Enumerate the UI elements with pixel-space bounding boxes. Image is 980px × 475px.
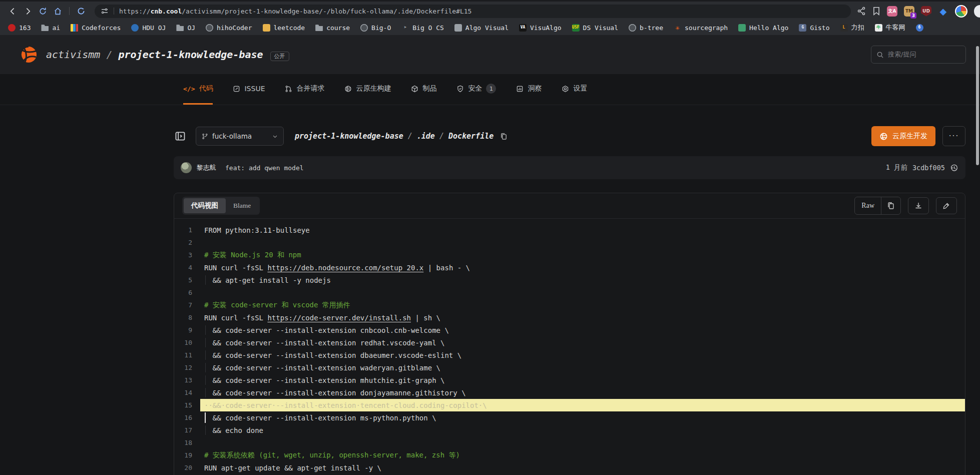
bookmark-item[interactable]: USFDS Visual xyxy=(572,24,618,32)
bookmark-item[interactable]: Big-O xyxy=(360,24,391,32)
bookmark-item[interactable]: hihoCoder xyxy=(206,24,252,32)
bookmark-item[interactable]: ✳sourcegraph xyxy=(674,24,728,32)
tab-code-view[interactable]: 代码视图 xyxy=(184,198,226,213)
code-link[interactable]: https://code-server.dev/install.sh xyxy=(267,314,411,322)
copy-file-icon[interactable] xyxy=(881,197,900,214)
gem-extension-icon[interactable]: ◆ xyxy=(938,6,948,17)
browser-profile-avatar[interactable] xyxy=(955,5,967,18)
bookmark-item[interactable]: leetcode xyxy=(263,24,305,32)
bookmark-item[interactable]: 6 xyxy=(916,24,923,32)
merge-icon xyxy=(285,85,292,93)
site-controls-icon[interactable] xyxy=(101,7,109,15)
tab-code[interactable]: </> 代码 xyxy=(183,74,213,105)
bookmark-item[interactable]: course xyxy=(315,24,350,32)
breadcrumb-repo[interactable]: project-1-knowledge-base xyxy=(295,132,403,141)
commit-author-avatar[interactable] xyxy=(181,162,192,173)
cloud-native-dev-button[interactable]: 云原生开发 xyxy=(871,126,935,146)
branch-selector[interactable]: fuck-ollama xyxy=(196,127,284,146)
tampermonkey-extension-icon[interactable]: TM3 xyxy=(904,6,914,17)
line-number[interactable]: 16 xyxy=(174,414,200,421)
bookmark-item[interactable]: Hello Algo xyxy=(738,24,788,32)
url-text[interactable]: https://cnb.cool/activismm/project-1-kno… xyxy=(119,8,471,15)
line-number[interactable]: 8 xyxy=(174,314,200,321)
breadcrumb-dir[interactable]: .ide xyxy=(417,132,435,141)
bookmark-item[interactable]: VAVisuAlgo xyxy=(519,24,562,32)
code-line-row: 18 xyxy=(174,436,965,449)
back-icon[interactable] xyxy=(5,4,20,18)
line-number[interactable]: 10 xyxy=(174,339,200,346)
breadcrumb-file[interactable]: Dockerfile xyxy=(448,132,494,141)
bookmark-icon[interactable] xyxy=(872,7,880,16)
line-number[interactable]: 9 xyxy=(174,326,200,334)
history-icon[interactable] xyxy=(950,164,958,172)
breadcrumb: project-1-knowledge-base / .ide / Docker… xyxy=(295,132,508,141)
home-icon[interactable] xyxy=(50,4,65,18)
tab-settings[interactable]: 设置 xyxy=(562,74,587,105)
line-number[interactable]: 7 xyxy=(174,301,200,309)
line-number[interactable]: 15 xyxy=(174,401,200,409)
more-actions-button[interactable]: ··· xyxy=(942,126,965,146)
tab-artifacts[interactable]: 制品 xyxy=(411,74,436,105)
extension-loop-icon[interactable] xyxy=(74,4,89,18)
line-number[interactable]: 6 xyxy=(174,289,200,296)
page-scrollbar[interactable] xyxy=(976,46,979,165)
bookmark-item[interactable]: Algo Visual xyxy=(454,24,509,32)
bookmark-item[interactable]: OJ xyxy=(176,24,195,32)
commit-author[interactable]: 黎志航 xyxy=(197,163,216,172)
line-number[interactable]: 18 xyxy=(174,439,200,446)
line-number[interactable]: 4 xyxy=(174,264,200,271)
code-line-row: 13 && code-server --install-extension mh… xyxy=(174,374,965,386)
code-line-row: 3# 安装 Node.js 20 和 npm xyxy=(174,249,965,261)
cnb-logo-icon[interactable] xyxy=(19,45,38,64)
bookmark-item[interactable]: GGisto xyxy=(799,24,829,32)
raw-button[interactable]: Raw xyxy=(855,197,881,214)
globe-favicon-icon xyxy=(206,24,213,32)
share-icon[interactable] xyxy=(857,7,866,16)
tab-merge-requests[interactable]: 合并请求 xyxy=(285,74,324,105)
reload-icon[interactable] xyxy=(35,4,50,18)
line-number[interactable]: 14 xyxy=(174,389,200,396)
bookmark-item[interactable]: b-tree xyxy=(629,24,663,32)
bookmark-item[interactable]: ai xyxy=(41,24,60,32)
edit-button[interactable] xyxy=(936,197,957,214)
line-number[interactable]: 3 xyxy=(174,251,200,259)
tab-cloud-native-build[interactable]: 云原生构建 xyxy=(344,74,391,105)
folder-favicon-icon xyxy=(41,24,49,32)
translate-extension-icon[interactable]: 文A xyxy=(887,6,897,17)
tab-issue[interactable]: ISSUE xyxy=(233,74,265,105)
repo-owner[interactable]: activismm xyxy=(46,49,100,61)
bookmark-item[interactable]: Codeforces xyxy=(71,24,121,32)
line-number[interactable]: 1 xyxy=(174,226,200,234)
commit-bar[interactable]: 黎志航 feat: add qwen model 1 月前 3cdbf005 xyxy=(174,156,965,179)
commit-message[interactable]: feat: add qwen model xyxy=(225,164,304,172)
forward-icon[interactable] xyxy=(20,4,35,18)
tab-blame[interactable]: Blame xyxy=(226,198,258,213)
bookmark-item[interactable]: 163 xyxy=(8,24,31,32)
download-button[interactable] xyxy=(908,197,929,214)
code-line-content: RUN curl -fsSL https://code-server.dev/i… xyxy=(200,311,965,324)
search-input[interactable]: 搜索/提问 xyxy=(871,46,966,64)
line-number[interactable]: 12 xyxy=(174,364,200,371)
tab-security[interactable]: 安全 1 xyxy=(456,74,496,105)
line-number[interactable]: 17 xyxy=(174,426,200,434)
sidebar-toggle-icon[interactable] xyxy=(174,130,187,143)
line-number[interactable]: 5 xyxy=(174,276,200,284)
code-link[interactable]: https://deb.nodesource.com/setup_20.x xyxy=(267,264,423,272)
copy-path-icon[interactable] xyxy=(500,133,508,140)
bookmark-item[interactable]: 牛牛客网 xyxy=(875,23,905,32)
bookmark-label: HDU OJ xyxy=(142,24,166,32)
line-number[interactable]: 11 xyxy=(174,351,200,359)
repo-name[interactable]: project-1-knowledge-base xyxy=(119,49,263,61)
ublock-extension-icon[interactable]: UD xyxy=(921,6,931,17)
url-bar[interactable]: https://cnb.cool/activismm/project-1-kno… xyxy=(95,5,851,18)
bookmark-item[interactable]: HDU OJ xyxy=(131,24,166,32)
commit-hash[interactable]: 3cdbf005 xyxy=(912,164,945,172)
bookmark-item[interactable]: L力扣 xyxy=(840,23,864,32)
line-number[interactable]: 13 xyxy=(174,376,200,384)
tab-insights[interactable]: 洞察 xyxy=(516,74,542,105)
line-number[interactable]: 20 xyxy=(174,464,200,471)
bookmark-item[interactable]: ➤Big O CS xyxy=(401,24,444,32)
line-number[interactable]: 2 xyxy=(174,239,200,246)
code-line-content: # 安装系统依赖 (git, wget, unzip, openssh-serv… xyxy=(200,449,965,461)
line-number[interactable]: 19 xyxy=(174,451,200,459)
